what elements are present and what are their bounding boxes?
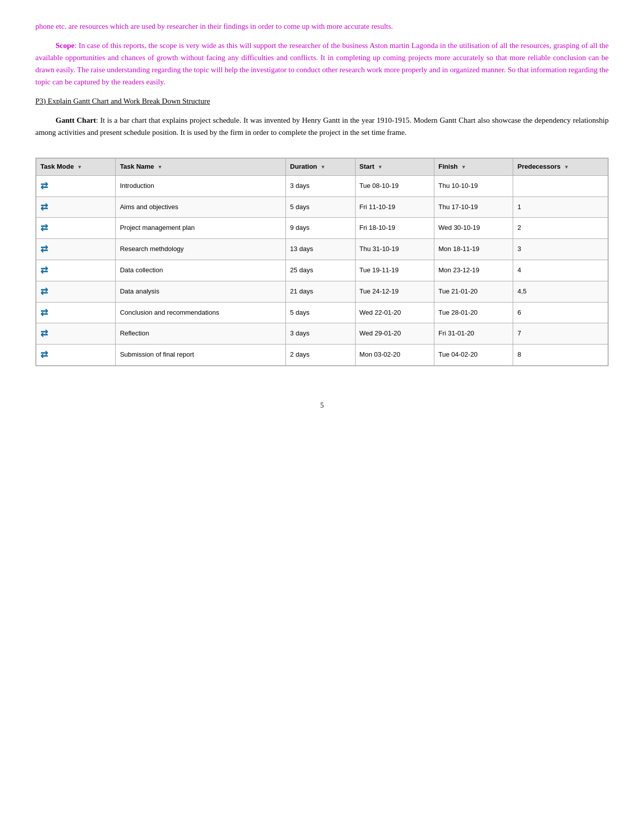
cell-duration: 5 days <box>286 302 355 323</box>
cell-finish: Thu 10-10-19 <box>434 175 513 197</box>
cell-task-name: Data analysis <box>116 281 286 302</box>
col-header-duration[interactable]: Duration ▼ <box>286 159 355 176</box>
cell-predecessors: 6 <box>513 302 608 323</box>
cell-task-name: Introduction <box>116 175 286 197</box>
cell-predecessors: 1 <box>513 197 608 218</box>
cell-task-name: Research methdology <box>116 239 286 260</box>
pred-sort-arrow[interactable]: ▼ <box>564 163 569 171</box>
cell-mode: ⇄ <box>36 323 116 345</box>
col-header-predecessors[interactable]: Predecessors ▼ <box>513 159 608 176</box>
task-mode-icon: ⇄ <box>40 263 48 278</box>
mode-sort-arrow[interactable]: ▼ <box>77 163 82 171</box>
cell-finish: Mon 18-11-19 <box>434 239 513 260</box>
table-row: ⇄Data analysis21 daysTue 24-12-19Tue 21-… <box>36 281 608 302</box>
name-sort-arrow[interactable]: ▼ <box>158 163 163 171</box>
cell-start: Mon 03-02-20 <box>355 345 434 366</box>
cell-mode: ⇄ <box>36 281 116 302</box>
gantt-intro-paragraph: Gantt Chart: It is a bar chart that expl… <box>35 114 609 138</box>
task-mode-icon: ⇄ <box>40 326 48 341</box>
col-header-start[interactable]: Start ▼ <box>355 159 434 176</box>
cell-duration: 3 days <box>286 323 355 345</box>
cell-mode: ⇄ <box>36 239 116 260</box>
task-mode-icon: ⇄ <box>40 306 48 320</box>
cell-start: Fri 18-10-19 <box>355 218 434 239</box>
page-content: phone etc. are resources which are used … <box>35 20 609 411</box>
cell-predecessors: 4,5 <box>513 281 608 302</box>
cell-mode: ⇄ <box>36 175 116 197</box>
cell-start: Wed 22-01-20 <box>355 302 434 323</box>
cell-finish: Tue 04-02-20 <box>434 345 513 366</box>
cell-start: Tue 08-10-19 <box>355 175 434 197</box>
task-mode-icon: ⇄ <box>40 221 48 235</box>
cell-duration: 2 days <box>286 345 355 366</box>
table-row: ⇄Submission of final report2 daysMon 03-… <box>36 345 608 366</box>
cell-start: Thu 31-10-19 <box>355 239 434 260</box>
table-row: ⇄Introduction3 daysTue 08-10-19Thu 10-10… <box>36 175 608 197</box>
cell-predecessors: 3 <box>513 239 608 260</box>
cell-mode: ⇄ <box>36 218 116 239</box>
cell-task-name: Submission of final report <box>116 345 286 366</box>
duration-sort-arrow[interactable]: ▼ <box>320 163 325 171</box>
cell-mode: ⇄ <box>36 260 116 281</box>
cell-finish: Wed 30-10-19 <box>434 218 513 239</box>
cell-duration: 13 days <box>286 239 355 260</box>
task-mode-icon: ⇄ <box>40 284 48 299</box>
task-mode-icon: ⇄ <box>40 242 48 257</box>
cell-duration: 25 days <box>286 260 355 281</box>
col-header-finish[interactable]: Finish ▼ <box>434 159 513 176</box>
paragraph-scope: Scope: In case of this reports, the scop… <box>35 39 609 88</box>
cell-mode: ⇄ <box>36 197 116 218</box>
cell-task-name: Conclusion and recommendations <box>116 302 286 323</box>
table-row: ⇄Project management plan9 daysFri 18-10-… <box>36 218 608 239</box>
task-mode-icon: ⇄ <box>40 200 48 215</box>
section-heading: P3) Explain Gantt Chart and Work Break D… <box>35 95 609 107</box>
cell-start: Wed 29-01-20 <box>355 323 434 345</box>
cell-finish: Fri 31-01-20 <box>434 323 513 345</box>
paragraph-1: phone etc. are resources which are used … <box>35 20 609 32</box>
page-number: 5 <box>35 400 609 411</box>
col-header-name[interactable]: Task Name ▼ <box>116 159 286 176</box>
cell-duration: 3 days <box>286 175 355 197</box>
cell-finish: Tue 28-01-20 <box>434 302 513 323</box>
cell-start: Tue 19-11-19 <box>355 260 434 281</box>
cell-task-name: Aims and objectives <box>116 197 286 218</box>
cell-duration: 21 days <box>286 281 355 302</box>
scope-text: : In case of this reports, the scope is … <box>35 41 609 86</box>
gantt-table: Task Mode ▼ Task Name ▼ Duration ▼ Start… <box>36 158 608 366</box>
finish-sort-arrow[interactable]: ▼ <box>461 163 466 171</box>
cell-finish: Thu 17-10-19 <box>434 197 513 218</box>
cell-predecessors: 7 <box>513 323 608 345</box>
cell-start: Tue 24-12-19 <box>355 281 434 302</box>
scope-label: Scope <box>56 41 75 50</box>
cell-mode: ⇄ <box>36 345 116 366</box>
cell-duration: 9 days <box>286 218 355 239</box>
cell-mode: ⇄ <box>36 302 116 323</box>
col-header-mode[interactable]: Task Mode ▼ <box>36 159 116 176</box>
task-mode-icon: ⇄ <box>40 179 48 193</box>
cell-task-name: Data collection <box>116 260 286 281</box>
table-row: ⇄Reflection3 daysWed 29-01-20Fri 31-01-2… <box>36 323 608 345</box>
table-row: ⇄Aims and objectives5 daysFri 11-10-19Th… <box>36 197 608 218</box>
gantt-table-wrapper: Task Mode ▼ Task Name ▼ Duration ▼ Start… <box>35 158 609 366</box>
cell-predecessors: 8 <box>513 345 608 366</box>
gantt-intro-text: : It is a bar chart that explains projec… <box>35 116 609 136</box>
cell-predecessors: 2 <box>513 218 608 239</box>
cell-task-name: Reflection <box>116 323 286 345</box>
task-mode-icon: ⇄ <box>40 348 48 362</box>
cell-predecessors: 4 <box>513 260 608 281</box>
cell-finish: Tue 21-01-20 <box>434 281 513 302</box>
cell-finish: Mon 23-12-19 <box>434 260 513 281</box>
cell-task-name: Project management plan <box>116 218 286 239</box>
gantt-label: Gantt Chart <box>56 116 96 124</box>
cell-start: Fri 11-10-19 <box>355 197 434 218</box>
table-header-row: Task Mode ▼ Task Name ▼ Duration ▼ Start… <box>36 159 608 176</box>
cell-predecessors <box>513 175 608 197</box>
start-sort-arrow[interactable]: ▼ <box>378 163 383 171</box>
table-row: ⇄Research methdology13 daysThu 31-10-19M… <box>36 239 608 260</box>
table-row: ⇄Data collection25 daysTue 19-11-19Mon 2… <box>36 260 608 281</box>
table-row: ⇄Conclusion and recommendations5 daysWed… <box>36 302 608 323</box>
cell-duration: 5 days <box>286 197 355 218</box>
